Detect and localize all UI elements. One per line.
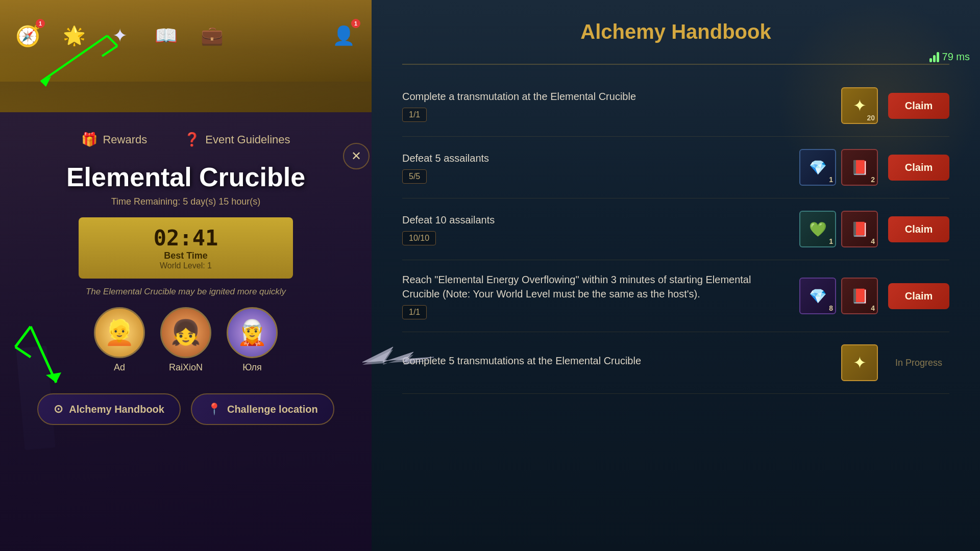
event-panel: 🎁 Rewards ❓ Event Guidelines Elemental C…: [0, 112, 372, 551]
tab-rewards-label: Rewards: [103, 133, 147, 146]
character-icon[interactable]: 👤 1: [326, 18, 361, 54]
quest-info-4: Reach "Elemental Energy Overflowing" wit…: [402, 272, 789, 319]
handbook-divider: [402, 64, 949, 65]
quest-progress-3: 10/10: [402, 231, 436, 245]
claim-button-1[interactable]: Claim: [888, 93, 949, 119]
star-icon[interactable]: ✦: [102, 18, 138, 54]
in-progress-label-5: In Progress: [888, 358, 949, 368]
character-row: 👱 Ad 👧 RaiXioN 🧝 Юля: [94, 307, 278, 373]
character-name-ad: Ad: [114, 362, 125, 373]
timer-world: World Level: 1: [87, 261, 285, 270]
table-row: Complete 5 transmutations at the Element…: [402, 332, 949, 394]
character-card-yulia[interactable]: 🧝 Юля: [227, 307, 278, 373]
character-name-yulia: Юля: [242, 362, 262, 373]
reward-gem-5: ✦: [841, 344, 878, 381]
character-card-raixion[interactable]: 👧 RaiXioN: [160, 307, 211, 373]
reward-count-4a: 8: [829, 304, 833, 312]
reward-count-3a: 1: [829, 237, 833, 245]
reward-book-red-4: 📕 4: [841, 278, 878, 314]
claim-button-3[interactable]: Claim: [888, 216, 949, 242]
event-title: Elemental Crucible: [66, 162, 305, 192]
alchemy-handbook-label: Alchemy Handbook: [69, 404, 164, 415]
reward-count-4b: 4: [871, 304, 875, 312]
alchemy-handbook-button[interactable]: ⊙ Alchemy Handbook: [37, 393, 181, 425]
table-row: Defeat 10 assailants 10/10 💚 1 📕 4 Claim: [402, 198, 949, 260]
quest-rewards-3: 💚 1 📕 4: [799, 211, 878, 247]
reward-count-2a: 1: [829, 176, 833, 184]
avatar-ad: 👱: [94, 307, 145, 358]
tab-rewards[interactable]: 🎁 Rewards: [73, 128, 155, 152]
location-icon: 📍: [207, 403, 221, 416]
character-badge: 1: [351, 19, 360, 28]
bottom-buttons: ⊙ Alchemy Handbook 📍 Challenge location: [37, 393, 334, 425]
quest-rewards-1: ✦ 20: [841, 87, 878, 124]
reward-count-1: 20: [867, 114, 875, 122]
quest-list: Complete a transmutation at the Elementa…: [402, 75, 949, 394]
claim-button-4[interactable]: Claim: [888, 283, 949, 309]
quest-title-1: Complete a transmutation at the Elementa…: [402, 89, 831, 104]
quest-title-4: Reach "Elemental Energy Overflowing" wit…: [402, 272, 789, 301]
quest-info-1: Complete a transmutation at the Elementa…: [402, 89, 831, 122]
timer-label: Best Time: [87, 251, 285, 261]
reward-count-3b: 4: [871, 237, 875, 245]
character-name-raixion: RaiXioN: [169, 362, 203, 373]
quest-progress-1: 1/1: [402, 108, 427, 122]
flame-icon[interactable]: 🌟: [56, 18, 92, 54]
quest-info-2: Defeat 5 assailants 5/5: [402, 151, 789, 184]
avatar-yulia: 🧝: [227, 307, 278, 358]
handbook-panel: Alchemy Handbook Complete a transmutatio…: [372, 0, 980, 551]
bag-icon[interactable]: 💼: [194, 18, 230, 54]
reward-book-red-3: 📕 4: [841, 211, 878, 247]
tab-row: 🎁 Rewards ❓ Event Guidelines: [73, 128, 298, 152]
quest-info-3: Defeat 10 assailants 10/10: [402, 213, 789, 245]
close-button[interactable]: ✕: [343, 143, 370, 169]
timer-time: 02:41: [87, 226, 285, 251]
quest-rewards-5: ✦: [841, 344, 878, 381]
table-row: Defeat 5 assailants 5/5 💎 1 📕 2 Claim: [402, 137, 949, 198]
quest-title-3: Defeat 10 assailants: [402, 213, 789, 227]
quest-progress-2: 5/5: [402, 169, 427, 184]
reward-crystal-teal: 💚 1: [799, 211, 836, 247]
rewards-icon: 🎁: [81, 132, 97, 147]
close-icon: ✕: [351, 149, 361, 163]
tab-guidelines[interactable]: ❓ Event Guidelines: [176, 128, 298, 152]
reward-gem-1: ✦ 20: [841, 87, 878, 124]
reward-crystal-blue: 💎 1: [799, 149, 836, 186]
reward-count-2b: 2: [871, 176, 875, 184]
claim-button-2[interactable]: Claim: [888, 155, 949, 181]
reward-book-red-2: 📕 2: [841, 149, 878, 186]
table-row: Reach "Elemental Energy Overflowing" wit…: [402, 260, 949, 332]
book-icon[interactable]: 📖: [148, 18, 184, 54]
challenge-location-button[interactable]: 📍 Challenge location: [191, 393, 334, 425]
quest-title-5: Complete 5 transmutations at the Element…: [402, 354, 831, 368]
alchemy-icon: ⊙: [54, 403, 63, 416]
quest-rewards-4: 💎 8 📕 4: [799, 278, 878, 314]
tab-guidelines-label: Event Guidelines: [205, 133, 290, 146]
compass-badge: 1: [36, 19, 45, 28]
quest-progress-4: 1/1: [402, 305, 427, 319]
table-row: Complete a transmutation at the Elementa…: [402, 75, 949, 137]
compass-icon[interactable]: 🧭 1: [10, 18, 46, 54]
timer-box: 02:41 Best Time World Level: 1: [79, 217, 293, 279]
character-card-ad[interactable]: 👱 Ad: [94, 307, 145, 373]
quest-title-2: Defeat 5 assailants: [402, 151, 789, 165]
quest-info-5: Complete 5 transmutations at the Element…: [402, 354, 831, 372]
guidelines-icon: ❓: [184, 132, 200, 147]
hud-bar: 🧭 1 🌟 ✦ 📖 💼 👤 1: [0, 0, 372, 71]
challenge-location-label: Challenge location: [227, 404, 318, 415]
event-subtitle: Time Remaining: 5 day(s) 15 hour(s): [111, 196, 260, 207]
reward-crystal-purple: 💎 8: [799, 278, 836, 314]
quest-rewards-2: 💎 1 📕 2: [799, 149, 878, 186]
hint-text: The Elemental Crucible may be ignited mo…: [86, 287, 286, 297]
handbook-title: Alchemy Handbook: [402, 20, 949, 43]
avatar-raixion: 👧: [160, 307, 211, 358]
